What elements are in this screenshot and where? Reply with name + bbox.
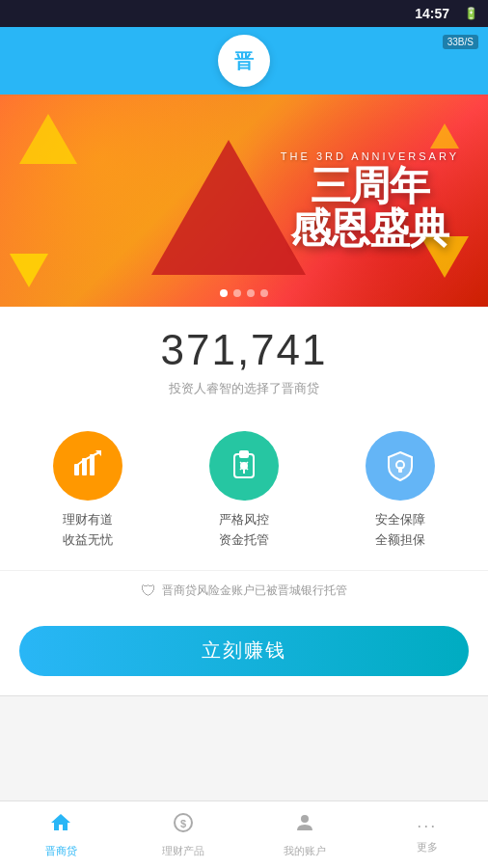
security-icon [366, 431, 435, 501]
finance-icon [53, 431, 122, 501]
earn-money-button[interactable]: 立刻赚钱 [19, 626, 469, 676]
trust-text: 晋商贷风险金账户已被晋城银行托管 [162, 583, 347, 599]
svg-point-14 [301, 815, 309, 823]
dot-1 [220, 289, 228, 297]
dot-4 [260, 289, 268, 297]
nav-item-products[interactable]: $ 理财产品 [122, 801, 245, 868]
security-label: 安全保障 全额担保 [375, 510, 425, 551]
dot-3 [247, 289, 255, 297]
banner-anniversary-label: THE 3RD ANNIVERSARY [281, 150, 459, 162]
status-bar: 🔋 14:57 [0, 0, 488, 27]
svg-rect-5 [239, 450, 249, 458]
banner-indicators [220, 289, 268, 297]
banner-main-line2: 感恩盛典 [281, 206, 459, 251]
nav-item-home[interactable]: 晋商贷 [0, 801, 122, 868]
battery-icon: 🔋 [464, 7, 478, 20]
stats-subtitle: 投资人睿智的选择了晋商贷 [19, 380, 469, 397]
nav-label-account: 我的账户 [284, 844, 326, 858]
nav-item-more[interactable]: ··· 更多 [366, 801, 489, 868]
app-header: 晋 33B/S [0, 27, 488, 95]
nav-label-products: 理财产品 [162, 844, 204, 858]
network-speed: 33B/S [443, 35, 478, 49]
features-section: 理财有道 收益无忧 严格风控 资金托管 [0, 412, 488, 570]
feature-finance: 理财有道 收益无忧 [15, 431, 160, 551]
more-icon: ··· [417, 816, 437, 836]
risk-icon [209, 431, 279, 501]
home-icon [49, 811, 72, 840]
logo-icon: 晋 [234, 51, 254, 70]
cta-section: 立刻赚钱 [0, 611, 488, 695]
app-logo: 晋 [218, 35, 270, 87]
nav-label-more: 更多 [417, 840, 438, 854]
account-icon [293, 811, 316, 840]
finance-label: 理财有道 收益无忧 [63, 510, 113, 551]
nav-label-home: 晋商贷 [45, 844, 77, 858]
promotional-banner: THE 3RD ANNIVERSARY 三周年 感恩盛典 [0, 95, 488, 307]
banner-text: THE 3RD ANNIVERSARY 三周年 感恩盛典 [281, 150, 459, 251]
triangle-decoration-1 [19, 114, 77, 164]
feature-risk: 严格风控 资金托管 [172, 431, 316, 551]
risk-label: 严格风控 资金托管 [219, 510, 269, 551]
dot-2 [233, 289, 241, 297]
bottom-navigation: 晋商贷 $ 理财产品 我的账户 ··· 更多 [0, 800, 488, 868]
svg-rect-11 [398, 467, 402, 473]
triangle-decoration-2 [10, 254, 48, 287]
nav-item-account[interactable]: 我的账户 [244, 801, 366, 868]
banner-main-line1: 三周年 [281, 166, 459, 206]
investor-count: 371,741 [19, 326, 469, 374]
svg-text:$: $ [180, 818, 186, 829]
status-time: 14:57 [415, 6, 449, 21]
feature-security: 安全保障 全额担保 [328, 431, 473, 551]
stats-section: 371,741 投资人睿智的选择了晋商贷 [0, 307, 488, 412]
products-icon: $ [172, 811, 195, 840]
trust-shield-icon: 🛡 [141, 583, 156, 600]
trust-section: 🛡 晋商贷风险金账户已被晋城银行托管 [0, 570, 488, 611]
nav-divider [0, 695, 488, 696]
triangle-decoration-3 [430, 123, 459, 149]
